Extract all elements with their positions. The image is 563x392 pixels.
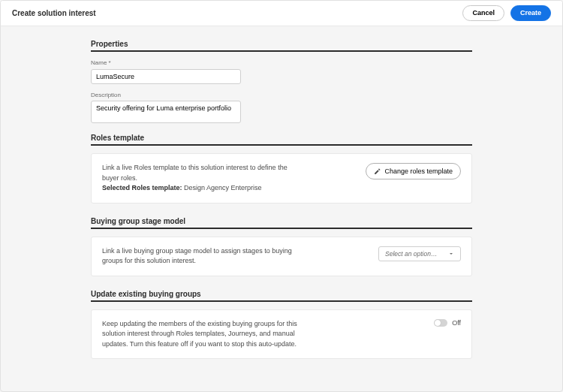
toggle-state: Off bbox=[452, 319, 461, 327]
section-heading-stage: Buying group stage model bbox=[91, 217, 472, 225]
field-description: Description Security offering for Luma e… bbox=[91, 92, 472, 126]
change-roles-template-button[interactable]: Change roles template bbox=[366, 163, 461, 179]
description-input[interactable]: Security offering for Luma enterprise po… bbox=[91, 101, 241, 123]
stage-model-text: Link a live buying group stage model to … bbox=[102, 246, 297, 267]
page-header: Create solution interest Cancel Create bbox=[1, 1, 562, 26]
section-rule bbox=[91, 50, 472, 52]
form-content: Properties Name * Description Security o… bbox=[1, 26, 562, 392]
section-update-groups: Update existing buying groups Keep updat… bbox=[91, 290, 472, 360]
stage-model-card: Link a live buying group stage model to … bbox=[91, 237, 472, 276]
name-input[interactable] bbox=[91, 69, 241, 84]
roles-template-card: Link a live Roles template to this solut… bbox=[91, 153, 472, 204]
pencil-icon bbox=[374, 168, 381, 175]
field-name: Name * bbox=[91, 59, 472, 84]
section-roles-template: Roles template Link a live Roles templat… bbox=[91, 134, 472, 204]
section-heading-properties: Properties bbox=[91, 40, 472, 48]
section-properties: Properties Name * Description Security o… bbox=[91, 40, 472, 126]
description-label: Description bbox=[91, 92, 472, 98]
toggle-knob bbox=[435, 320, 441, 326]
section-stage-model: Buying group stage model Link a live buy… bbox=[91, 217, 472, 276]
section-heading-roles: Roles template bbox=[91, 134, 472, 142]
page-title: Create solution interest bbox=[12, 9, 96, 17]
auto-update-toggle-wrap: Off bbox=[434, 319, 461, 327]
header-actions: Cancel Create bbox=[462, 5, 551, 22]
update-groups-card: Keep updating the members of the existin… bbox=[91, 309, 472, 360]
section-rule bbox=[91, 228, 472, 229]
section-rule bbox=[91, 300, 472, 302]
required-asterisk: * bbox=[109, 59, 111, 66]
section-heading-update: Update existing buying groups bbox=[91, 290, 472, 298]
update-groups-text: Keep updating the members of the existin… bbox=[102, 319, 297, 350]
create-button[interactable]: Create bbox=[510, 5, 551, 22]
auto-update-toggle[interactable] bbox=[434, 319, 447, 327]
name-label: Name * bbox=[91, 59, 472, 66]
section-rule bbox=[91, 144, 472, 146]
cancel-button[interactable]: Cancel bbox=[462, 5, 504, 22]
select-placeholder: Select an option… bbox=[385, 250, 437, 258]
chevron-down-icon bbox=[448, 251, 454, 257]
stage-model-select[interactable]: Select an option… bbox=[378, 246, 461, 261]
roles-template-text: Link a live Roles template to this solut… bbox=[102, 163, 297, 194]
